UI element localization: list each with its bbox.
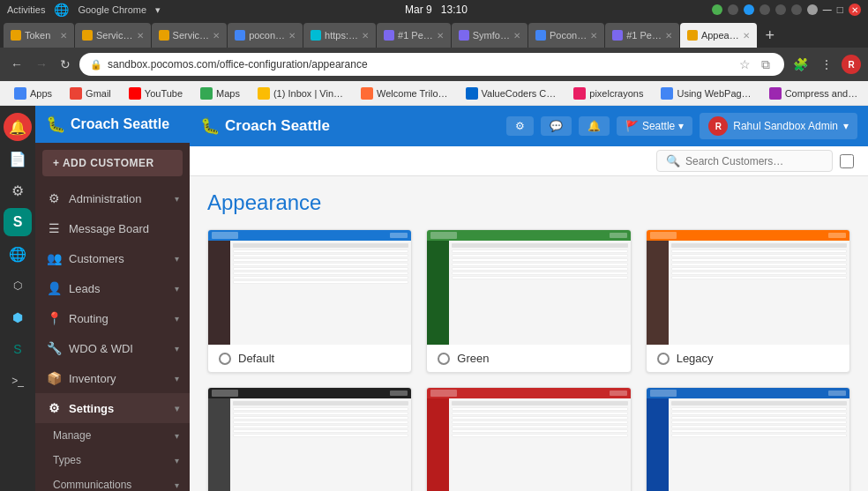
- refresh-btn[interactable]: ↻: [56, 54, 74, 75]
- mini-table-row: [452, 412, 627, 415]
- add-customer-label: + ADD CUSTOMER: [53, 157, 154, 169]
- tab-https[interactable]: https:… ✕: [303, 23, 376, 48]
- search-box[interactable]: 🔍: [656, 150, 833, 172]
- sidebar-subitem-communications[interactable]: Communications ▾: [35, 472, 190, 491]
- rail-icon-app3[interactable]: S: [4, 335, 32, 363]
- types-label: Types: [53, 454, 81, 466]
- mini-table-row: [233, 280, 408, 284]
- bookmark-maps[interactable]: Maps: [193, 86, 247, 101]
- sidebar-subitem-types[interactable]: Types ▾: [35, 448, 190, 472]
- message-board-label: Message Board: [69, 222, 149, 235]
- window-close-btn[interactable]: ✕: [849, 4, 861, 16]
- tab-favicon: [535, 30, 546, 41]
- location-btn[interactable]: 🚩 Seattle ▾: [617, 116, 692, 136]
- user-menu-btn[interactable]: R Rahul Sandbox Admin ▾: [700, 113, 857, 139]
- tab-close-btn[interactable]: ✕: [362, 31, 369, 41]
- settings-dots-btn[interactable]: ⋮: [817, 54, 836, 75]
- theme-card-legacy[interactable]: Legacy: [646, 229, 850, 373]
- brand-bug-topbar-icon: 🐛: [200, 116, 220, 136]
- theme-card-green[interactable]: Green: [426, 229, 631, 373]
- theme-card-blue[interactable]: Blue: [646, 387, 850, 491]
- rail-icon-chrome[interactable]: 🌐: [4, 240, 32, 268]
- notifications-btn[interactable]: 🔔: [579, 116, 610, 136]
- back-btn[interactable]: ←: [7, 54, 26, 75]
- add-customer-button[interactable]: + ADD CUSTOMER: [42, 150, 183, 176]
- theme-card-default[interactable]: Default: [207, 229, 412, 373]
- bookmark-valuecoders[interactable]: ValueCoders C…: [459, 86, 564, 101]
- theme-radio-green[interactable]: [438, 353, 450, 365]
- rail-icon-app1[interactable]: ⬡: [4, 272, 32, 300]
- rail-icon-settings[interactable]: ⚙: [4, 176, 32, 205]
- tab-favicon: [82, 30, 93, 41]
- rail-icon-notifications[interactable]: 🔔: [4, 113, 32, 141]
- bookmark-inbox[interactable]: (1) Inbox | Vin…: [251, 86, 350, 101]
- tab-close-btn[interactable]: ✕: [743, 31, 750, 41]
- window-minimize-btn[interactable]: ─: [823, 3, 832, 17]
- tab-service2[interactable]: Servic… ✕: [152, 23, 228, 48]
- mini-body: [208, 398, 411, 491]
- tab-pocon[interactable]: pocon… ✕: [228, 23, 303, 48]
- leads-label: Leads: [69, 282, 100, 295]
- rail-icon-files[interactable]: 📄: [4, 145, 32, 173]
- theme-card-red[interactable]: Red: [426, 387, 631, 491]
- window-maximize-btn[interactable]: □: [837, 4, 843, 16]
- sidebar-item-routing[interactable]: 📍 Routing ▾: [35, 303, 190, 333]
- tab-token[interactable]: Token ✕: [4, 23, 74, 48]
- search-input[interactable]: [685, 155, 809, 167]
- bookmark-apps[interactable]: Apps: [7, 86, 59, 101]
- bookmark-gmail[interactable]: Gmail: [63, 86, 118, 101]
- terminal-icon: >_: [11, 375, 24, 387]
- theme-card-monochrome[interactable]: Monochrome: [207, 387, 412, 491]
- sidebar-item-wdo[interactable]: 🔧 WDO & WDI ▾: [35, 333, 190, 363]
- mini-table-row: [671, 416, 847, 420]
- chat-btn[interactable]: 💬: [541, 116, 572, 136]
- rail-icon-app2[interactable]: ⬢: [4, 303, 32, 331]
- tab-pe2[interactable]: #1 Pe… ✕: [605, 23, 679, 48]
- tab-service1[interactable]: Servic… ✕: [75, 23, 151, 48]
- extensions-icon[interactable]: ⧉: [758, 54, 774, 76]
- mini-logo: [212, 232, 238, 239]
- tab-close-btn[interactable]: ✕: [288, 31, 296, 41]
- bookmark-star-icon[interactable]: ☆: [736, 54, 754, 75]
- tab-close-btn[interactable]: ✕: [137, 31, 144, 41]
- sidebar-item-leads[interactable]: 👤 Leads ▾: [35, 273, 190, 303]
- forward-btn[interactable]: →: [32, 54, 51, 75]
- settings-nav-icon: ⚙: [46, 401, 62, 415]
- tab-pe1[interactable]: #1 Pe… ✕: [377, 23, 451, 48]
- rail-icon-terminal[interactable]: >_: [4, 367, 32, 395]
- bookmark-label: Gmail: [86, 88, 111, 99]
- sidebar-subitem-manage[interactable]: Manage ▾: [35, 423, 190, 448]
- extensions-puzzle-btn[interactable]: 🧩: [789, 54, 812, 75]
- sidebar-item-customers[interactable]: 👥 Customers ▾: [35, 243, 190, 273]
- new-tab-btn[interactable]: +: [758, 23, 782, 48]
- tab-symfo[interactable]: Symfo… ✕: [452, 23, 528, 48]
- tab-pocon2[interactable]: Pocon… ✕: [528, 23, 604, 48]
- tab-close-btn[interactable]: ✕: [590, 31, 597, 41]
- address-input[interactable]: 🔒 sandbox.pocomos.com/office-configurati…: [79, 53, 784, 76]
- gear-settings-btn[interactable]: ⚙: [506, 116, 534, 136]
- bookmark-compress[interactable]: Compress and…: [762, 86, 865, 101]
- tab-appearance[interactable]: Appea… ✕: [680, 23, 757, 48]
- bookmark-trilo[interactable]: Welcome Trilo…: [354, 86, 454, 101]
- tab-close-btn[interactable]: ✕: [665, 31, 672, 41]
- mini-body: [208, 241, 411, 345]
- tab-close-btn[interactable]: ✕: [513, 31, 520, 41]
- rail-icon-skype[interactable]: S: [4, 208, 32, 236]
- profile-circle[interactable]: R: [842, 55, 861, 74]
- sidebar-item-inventory[interactable]: 📦 Inventory ▾: [35, 363, 190, 393]
- bookmark-usingwebpag[interactable]: Using WebPag…: [654, 86, 758, 101]
- search-checkbox[interactable]: [840, 154, 854, 168]
- tab-close-btn[interactable]: ✕: [213, 31, 220, 41]
- bookmark-pixelcrayons[interactable]: pixelcrayons: [566, 86, 650, 101]
- theme-radio-default[interactable]: [219, 353, 231, 365]
- theme-radio-legacy[interactable]: [657, 353, 670, 365]
- sidebar-item-administration[interactable]: ⚙ Administration ▾: [35, 183, 190, 213]
- sidebar-item-message-board[interactable]: ☰ Message Board: [35, 213, 190, 243]
- tab-close-btn[interactable]: ✕: [60, 31, 67, 41]
- bookmark-youtube[interactable]: YouTube: [122, 86, 190, 101]
- mini-table-row: [452, 425, 627, 428]
- sidebar-item-settings[interactable]: ⚙ Settings ▾: [35, 393, 190, 423]
- mini-btn: [828, 391, 846, 396]
- tab-close-btn[interactable]: ✕: [437, 31, 444, 41]
- nav-header: 🐛 Croach Seattle: [35, 106, 190, 143]
